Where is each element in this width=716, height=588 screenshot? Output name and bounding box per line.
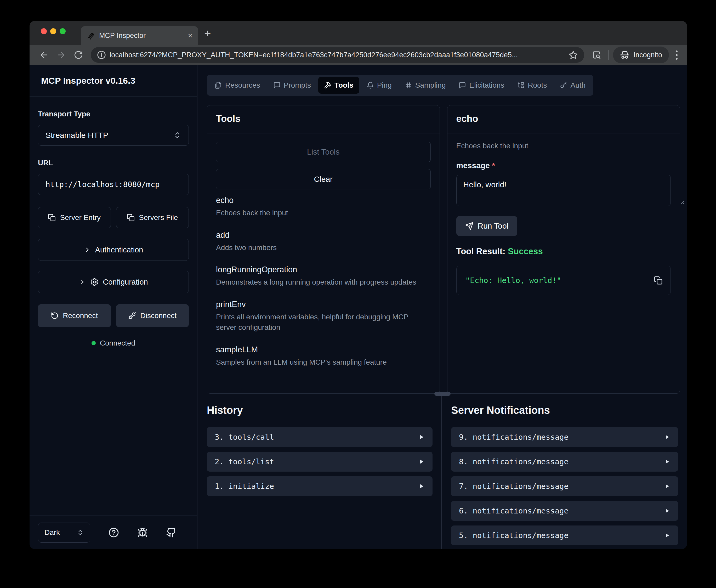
reconnect-button[interactable]: Reconnect — [38, 304, 111, 327]
history-item[interactable]: 2. tools/list — [207, 452, 433, 471]
tab-auth[interactable]: Auth — [554, 77, 591, 93]
server-entry-label: Server Entry — [60, 213, 101, 222]
app-content: MCP Inspector v0.16.3 Transport Type Str… — [29, 65, 687, 549]
theme-select[interactable]: Dark — [38, 523, 90, 543]
back-icon[interactable] — [36, 47, 51, 63]
chevrons-up-down-icon — [173, 131, 181, 139]
github-icon[interactable] — [166, 527, 176, 538]
url-text[interactable]: localhost:6274/?MCP_PROXY_AUTH_TOKEN=ec1… — [110, 51, 565, 59]
configuration-expander[interactable]: Configuration — [38, 271, 189, 293]
expand-arrow-icon[interactable] — [418, 483, 425, 489]
notification-item[interactable]: 9. notifications/message — [451, 427, 678, 447]
tool-list-item-longrunningoperation[interactable]: longRunningOperation Demonstrates a long… — [216, 265, 431, 288]
tools-panel-body: List Tools Clear echo Echoes back the in… — [207, 133, 440, 393]
tab-label: Prompts — [284, 81, 311, 89]
tool-detail-panel: echo Echoes back the input message * Hel… — [447, 105, 680, 394]
tab-elicitations[interactable]: Elicitations — [453, 77, 510, 93]
minimize-window-button[interactable] — [50, 28, 56, 34]
required-marker: * — [492, 161, 495, 170]
expand-arrow-icon[interactable] — [664, 532, 670, 539]
folder-tree-icon — [517, 82, 525, 89]
tab-resources[interactable]: Resources — [209, 77, 266, 93]
bookmark-star-icon[interactable] — [568, 50, 578, 60]
toolbar-divider — [608, 50, 609, 60]
unplug-icon — [128, 312, 136, 320]
tool-list-item-printenv[interactable]: printEnv Prints all environment variable… — [216, 300, 431, 333]
expand-arrow-icon[interactable] — [664, 434, 670, 440]
clear-tools-button[interactable]: Clear — [216, 169, 431, 189]
tab-close-icon[interactable]: × — [188, 31, 193, 40]
copy-result-icon[interactable] — [654, 276, 663, 285]
history-item[interactable]: 1. initialize — [207, 476, 433, 496]
tool-description: Prints all environment variables, helpfu… — [216, 312, 430, 333]
notification-item[interactable]: 8. notifications/message — [451, 452, 678, 471]
tool-detail-body: Echoes back the input message * Hello, w… — [448, 133, 680, 393]
expand-arrow-icon[interactable] — [664, 508, 670, 514]
expand-arrow-icon[interactable] — [418, 459, 425, 465]
status-label: Connected — [100, 339, 135, 348]
sidebar-footer: Dark — [29, 516, 197, 549]
tab-prompts[interactable]: Prompts — [267, 77, 317, 93]
notification-item[interactable]: 5. notifications/message — [451, 525, 678, 545]
tab-tools[interactable]: Tools — [318, 77, 359, 93]
tab-sampling[interactable]: Sampling — [399, 77, 452, 93]
tool-name: sampleLLM — [216, 345, 431, 354]
tool-list-item-samplellm[interactable]: sampleLLM Samples from an LLM using MCP'… — [216, 345, 431, 368]
expand-arrow-icon[interactable] — [664, 483, 670, 489]
url-label: URL — [38, 159, 189, 167]
tool-result-output-block: "Echo: Hello, world!" — [456, 266, 671, 295]
bug-icon[interactable] — [137, 527, 148, 538]
history-section: History 3. tools/call 2. tools/list 1. i… — [197, 394, 442, 549]
notification-item[interactable]: 7. notifications/message — [451, 476, 678, 496]
maximize-window-button[interactable] — [60, 28, 66, 34]
resize-handle[interactable] — [434, 392, 451, 396]
expand-arrow-icon[interactable] — [418, 434, 425, 440]
tool-result-output: "Echo: Hello, world!" — [465, 276, 654, 285]
notification-item-label: 7. notifications/message — [459, 482, 568, 491]
notification-item[interactable]: 6. notifications/message — [451, 501, 678, 521]
copy-icon — [127, 214, 135, 222]
history-item-label: 3. tools/call — [215, 433, 274, 442]
servers-file-button[interactable]: Servers File — [116, 207, 189, 228]
sidebar: MCP Inspector v0.16.3 Transport Type Str… — [29, 65, 197, 549]
close-window-button[interactable] — [41, 28, 47, 34]
disconnect-button[interactable]: Disconnect — [116, 304, 189, 327]
tool-list-item-echo[interactable]: echo Echoes back the input — [216, 196, 431, 218]
bell-icon — [367, 82, 374, 89]
tab-roots[interactable]: Roots — [512, 77, 552, 93]
search-tabs-icon[interactable] — [589, 47, 604, 63]
reload-icon[interactable] — [71, 47, 86, 63]
tab-title: MCP Inspector — [99, 31, 183, 40]
message-input[interactable]: Hello, world! — [456, 175, 671, 206]
forward-icon[interactable] — [53, 47, 69, 63]
history-item[interactable]: 3. tools/call — [207, 427, 433, 447]
tool-detail-title: echo — [456, 113, 478, 124]
new-tab-button[interactable]: + — [204, 28, 211, 39]
notification-item-label: 8. notifications/message — [459, 457, 568, 466]
tool-name: longRunningOperation — [216, 265, 431, 274]
gear-icon — [90, 278, 99, 286]
server-url-input[interactable]: http://localhost:8080/mcp — [38, 174, 189, 195]
chevron-right-icon — [84, 246, 91, 253]
tool-name: printEnv — [216, 300, 431, 309]
list-tools-button[interactable]: List Tools — [216, 142, 431, 162]
server-entry-button[interactable]: Server Entry — [38, 207, 111, 228]
rotate-ccw-icon — [51, 312, 59, 320]
authentication-expander[interactable]: Authentication — [38, 239, 189, 261]
url-bar[interactable]: localhost:6274/?MCP_PROXY_AUTH_TOKEN=ec1… — [91, 47, 584, 63]
message-square-icon — [273, 82, 281, 89]
tab-ping[interactable]: Ping — [361, 77, 397, 93]
run-tool-button[interactable]: Run Tool — [456, 216, 518, 236]
resize-grip-icon[interactable] — [679, 198, 680, 205]
tool-name: echo — [216, 196, 431, 205]
tab-label: Elicitations — [469, 81, 504, 89]
tool-list-item-add[interactable]: add Adds two numbers — [216, 230, 431, 253]
site-info-icon[interactable] — [97, 50, 106, 59]
incognito-label: Incognito — [633, 51, 662, 59]
expand-arrow-icon[interactable] — [664, 459, 670, 465]
run-tool-label: Run Tool — [478, 222, 508, 230]
help-icon[interactable] — [109, 527, 119, 538]
transport-type-select[interactable]: Streamable HTTP — [38, 125, 189, 146]
browser-menu-icon[interactable] — [673, 50, 680, 60]
browser-tab[interactable]: MCP Inspector × — [81, 26, 198, 45]
